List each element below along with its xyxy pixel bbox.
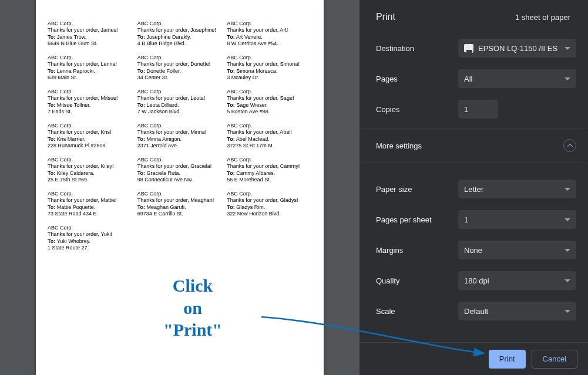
print-preview-pane: ABC Corp.Thanks for your order, James!To…: [0, 0, 359, 375]
address-label: ABC Corp.Thanks for your order, Yuki!To:…: [48, 225, 133, 259]
address-label: ABC Corp.Thanks for your order, Donette!…: [137, 55, 223, 89]
address-label: ABC Corp.Thanks for your order, Simona!T…: [227, 55, 312, 89]
destination-row: Destination EPSON LQ-1150 /II ES: [359, 33, 587, 63]
address-label: ABC Corp.Thanks for your order, Sage!To:…: [227, 89, 312, 123]
more-settings-label: More settings: [376, 141, 422, 150]
scale-value: Default: [464, 307, 488, 316]
pages-row: Pages All: [359, 63, 587, 94]
margins-select[interactable]: None: [458, 241, 576, 259]
address-label: ABC Corp.Thanks for your order, Josephin…: [137, 21, 223, 55]
address-label: ABC Corp.Thanks for your order, Lenna!To…: [48, 55, 133, 89]
address-label: ABC Corp.Thanks for your order, Kris!To:…: [48, 123, 133, 157]
chevron-down-icon: [565, 310, 570, 313]
margins-row: Margins None: [359, 235, 587, 265]
chevron-down-icon: [565, 279, 570, 282]
chevron-up-icon: [563, 139, 576, 152]
destination-label: Destination: [376, 44, 458, 53]
settings-scroll[interactable]: Print 1 sheet of paper Destination EPSON…: [359, 0, 588, 342]
quality-row: Quality 180 dpi: [359, 265, 587, 296]
chevron-down-icon: [565, 77, 570, 80]
address-label: ABC Corp.Thanks for your order, Art!To: …: [227, 21, 312, 55]
address-label: ABC Corp.Thanks for your order, Graciela…: [137, 157, 223, 191]
label-grid: ABC Corp.Thanks for your order, James!To…: [48, 21, 312, 259]
quality-value: 180 dpi: [464, 276, 489, 285]
address-label: ABC Corp.Thanks for your order, Meaghan!…: [137, 191, 223, 225]
margins-value: None: [464, 246, 482, 255]
printer-icon: [464, 44, 473, 52]
panel-header: Print 1 sheet of paper: [359, 0, 587, 33]
address-label: ABC Corp.Thanks for your order, Cammy!To…: [227, 157, 312, 191]
address-label: ABC Corp.Thanks for your order, Gladys!T…: [227, 191, 312, 225]
pages-per-sheet-value: 1: [464, 215, 468, 224]
pages-per-sheet-select[interactable]: 1: [458, 210, 576, 229]
dialog-footer: Print Cancel: [359, 342, 588, 375]
chevron-down-icon: [565, 218, 570, 221]
address-label: ABC Corp.Thanks for your order, Mattie!T…: [48, 191, 133, 225]
paper-size-value: Letter: [464, 185, 483, 194]
chevron-down-icon: [565, 47, 570, 50]
address-label: ABC Corp.Thanks for your order, Minna!To…: [137, 123, 223, 157]
print-settings-panel: Print 1 sheet of paper Destination EPSON…: [359, 0, 588, 375]
paper-size-label: Paper size: [376, 185, 458, 194]
pages-select[interactable]: All: [458, 69, 576, 88]
quality-select[interactable]: 180 dpi: [458, 271, 576, 290]
margins-label: Margins: [376, 246, 458, 255]
pages-per-sheet-row: Pages per sheet 1: [359, 204, 587, 235]
pages-value: All: [464, 75, 472, 83]
quality-label: Quality: [376, 276, 458, 285]
copies-label: Copies: [376, 105, 458, 114]
panel-title: Print: [376, 12, 395, 22]
chevron-down-icon: [565, 249, 570, 252]
print-button[interactable]: Print: [489, 350, 526, 369]
chevron-down-icon: [565, 188, 570, 191]
scale-label: Scale: [376, 307, 458, 316]
paper-size-select[interactable]: Letter: [458, 180, 576, 198]
address-label: ABC Corp.Thanks for your order, James!To…: [48, 21, 133, 55]
cancel-button[interactable]: Cancel: [532, 350, 577, 369]
more-settings-toggle[interactable]: More settings: [359, 128, 587, 163]
address-label: ABC Corp.Thanks for your order, Kiley!To…: [48, 157, 133, 191]
preview-page: ABC Corp.Thanks for your order, James!To…: [36, 0, 324, 375]
address-label: ABC Corp.Thanks for your order, Leota!To…: [137, 89, 223, 123]
address-label: ABC Corp.Thanks for your order, Mitsue!T…: [48, 89, 133, 123]
copies-row: Copies: [359, 94, 587, 124]
copies-input[interactable]: [458, 100, 498, 119]
destination-select[interactable]: EPSON LQ-1150 /II ES: [458, 39, 576, 58]
sheet-count: 1 sheet of paper: [515, 13, 570, 22]
paper-size-row: Paper size Letter: [359, 174, 587, 204]
scale-select[interactable]: Default: [458, 302, 576, 320]
address-label: ABC Corp.Thanks for your order, Abel!To:…: [227, 123, 312, 157]
pages-label: Pages: [376, 75, 458, 83]
pages-per-sheet-label: Pages per sheet: [376, 215, 458, 224]
scale-row: Scale Default: [359, 296, 587, 326]
destination-value: EPSON LQ-1150 /II ES: [478, 44, 557, 53]
